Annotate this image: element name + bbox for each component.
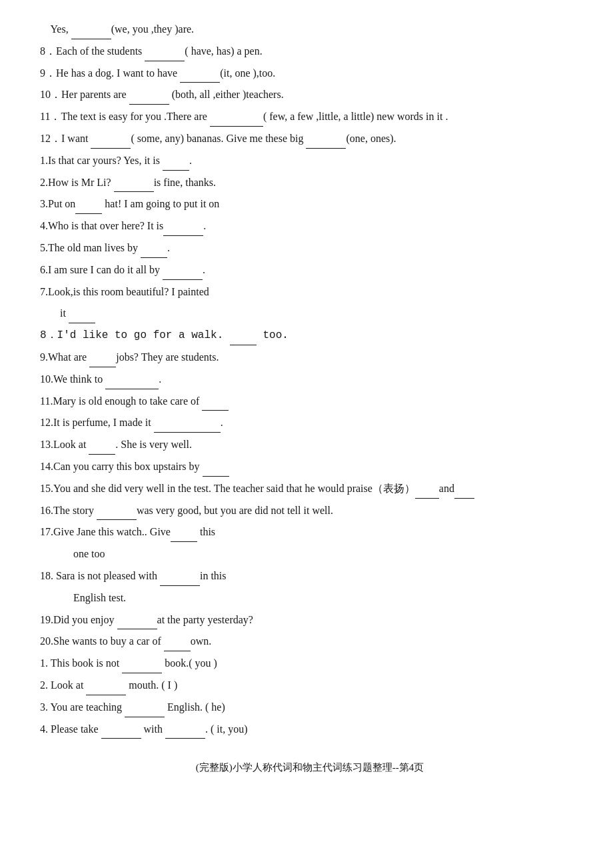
question-n4: 4. Please take with . ( it, you) — [40, 720, 580, 739]
question-16: 16.The story was very good, but you are … — [40, 501, 580, 521]
question-15: 15.You and she did very well in the test… — [40, 479, 580, 499]
question-n2: 2. Look at mouth. ( I ) — [40, 676, 580, 695]
blank-11b — [202, 399, 229, 411]
blank-12c — [154, 421, 221, 433]
question-10b: 10.We think to . — [40, 370, 580, 389]
question-12: 12．I want ( some, any) bananas. Give me … — [40, 129, 580, 149]
question-14: 14.Can you carry this box upstairs by — [40, 457, 580, 477]
blank-n1 — [122, 661, 162, 673]
blank-4 — [163, 224, 203, 236]
blank-13 — [89, 443, 115, 455]
blank-intro — [71, 27, 111, 39]
question-1: 1.Is that car yours? Yes, it is . — [40, 151, 580, 171]
question-12b: 12.It is perfume, I made it . — [40, 413, 580, 433]
question-18a: 18. Sara is not pleased with in this — [40, 567, 580, 586]
question-18b: English test. — [40, 589, 580, 608]
blank-14 — [203, 465, 229, 477]
question-11b: 11.Mary is old enough to take care of — [40, 392, 580, 411]
question-19: 19.Did you enjoy at the party yesterday? — [40, 611, 580, 630]
blank-19 — [117, 617, 157, 629]
blank-10b — [105, 377, 159, 389]
blank-7 — [69, 311, 95, 323]
question-7a: 7.Look,is this room beautiful? I painted — [40, 283, 580, 302]
question-10: 10．Her parents are (both, all ,either )t… — [40, 85, 580, 105]
blank-12b — [306, 137, 346, 149]
blank-n4a — [101, 727, 141, 739]
question-9: 9．He has a dog. I want to have (it, one … — [40, 64, 580, 83]
question-n1: 1. This book is not book.( you ) — [40, 654, 580, 673]
blank-n2 — [86, 683, 126, 695]
question-n3: 3. You are teaching English. ( he) — [40, 698, 580, 717]
question-17a: 17.Give Jane this watch.. Give this — [40, 523, 580, 542]
blank-12a — [91, 137, 131, 149]
page-footer: (完整版)小学人称代词和物主代词练习题整理--第4页 — [40, 759, 580, 777]
page-content: Yes, (we, you ,they )are. 8．Each of the … — [40, 20, 580, 777]
blank-6 — [163, 268, 203, 280]
blank-17 — [171, 530, 197, 542]
blank-3 — [75, 202, 102, 214]
intro-line: Yes, (we, you ,they )are. — [40, 20, 580, 39]
question-20: 20.She wants to buy a car of own. — [40, 632, 580, 651]
blank-16 — [97, 508, 137, 520]
question-6: 6.I am sure I can do it all by . — [40, 261, 580, 280]
blank-9b — [89, 355, 116, 367]
blank-9 — [180, 71, 220, 83]
question-8b: 8．I'd like to go for a walk. too. — [40, 326, 580, 345]
question-9b: 9.What are jobs? They are students. — [40, 348, 580, 367]
blank-8 — [145, 49, 185, 61]
question-11: 11．The text is easy for you .There are (… — [40, 107, 580, 127]
blank-5 — [141, 246, 167, 258]
question-13: 13.Look at . She is very well. — [40, 435, 580, 455]
blank-20 — [164, 639, 191, 651]
blank-10 — [129, 93, 169, 105]
blank-n3 — [125, 705, 165, 717]
blank-18 — [160, 574, 200, 586]
blank-8b — [230, 333, 257, 345]
blank-11 — [210, 115, 263, 127]
question-4: 4.Who is that over here? It is. — [40, 217, 580, 236]
question-8: 8．Each of the students ( have, has) a pe… — [40, 42, 580, 61]
blank-1 — [163, 159, 189, 171]
blank-15a — [415, 487, 439, 499]
question-17b: one too — [40, 545, 580, 564]
question-7b: it — [40, 304, 580, 323]
blank-n4b — [165, 727, 205, 739]
question-3: 3.Put on hat! I am going to put it on — [40, 195, 580, 214]
blank-15b — [454, 487, 474, 499]
question-2: 2.How is Mr Li? is fine, thanks. — [40, 173, 580, 193]
footer-text: (完整版)小学人称代词和物主代词练习题整理--第4页 — [196, 762, 424, 773]
question-5: 5.The old man lives by . — [40, 239, 580, 258]
blank-2 — [114, 180, 154, 192]
